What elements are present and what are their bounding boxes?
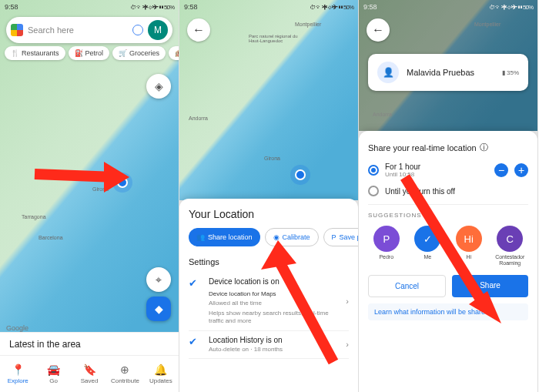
status-bar: 9:58 ⏱ ᯤ ✱ ⊙ ✈ ▮▮ 50% <box>0 0 179 14</box>
increase-time-button[interactable]: + <box>514 163 528 177</box>
status-time: 9:58 <box>5 3 18 11</box>
chip-restaurants[interactable]: 🍴Restaurants <box>5 46 65 60</box>
chevron-right-icon: › <box>346 340 349 349</box>
nav-explore[interactable]: 📍Explore <box>0 356 35 392</box>
contribute-icon: ⊕ <box>120 364 129 376</box>
go-icon: 🚘 <box>47 364 60 376</box>
nav-saved[interactable]: 🔖Saved <box>72 356 107 392</box>
saved-icon: 🔖 <box>83 364 96 376</box>
screen-share-location: Montpellier Andorra 9:58 ⏱ ᯤ ✱ ⊙ ✈ ▮▮ 50… <box>359 0 538 392</box>
groceries-icon: 🛒 <box>119 49 127 57</box>
city-label: Barcelona <box>38 235 63 240</box>
contact-name: Malavida Pruebas <box>407 68 494 77</box>
voice-search-icon[interactable] <box>132 25 143 35</box>
back-button[interactable]: ← <box>187 18 210 42</box>
radio-on-icon <box>368 165 379 176</box>
screen-your-location: Montpellier Parc naturel régional du Hau… <box>179 0 359 392</box>
share-icon: 👥 <box>196 233 205 241</box>
nav-go[interactable]: 🚘Go <box>35 356 71 392</box>
contact-card[interactable]: 👤 Malavida Pruebas ▮35% <box>368 54 528 91</box>
status-time: 9:58 <box>184 3 198 11</box>
info-icon[interactable]: ⓘ <box>480 142 488 153</box>
contact-battery: ▮35% <box>502 69 519 76</box>
status-icons: ⏱ ᯤ ✱ ⊙ ✈ ▮▮ 50% <box>489 4 533 11</box>
city-label: Andorra <box>373 112 392 117</box>
city-label: Montpellier <box>295 22 321 27</box>
search-placeholder: Search here <box>28 25 128 35</box>
nav-contribute[interactable]: ⊕Contribute <box>107 356 142 392</box>
back-button[interactable]: ← <box>367 18 390 42</box>
contact-avatar-icon: 👤 <box>377 62 399 83</box>
google-maps-logo-icon <box>11 24 23 36</box>
sheet-title: Your Location <box>189 208 349 220</box>
layers-button[interactable]: ◈ <box>146 74 171 99</box>
status-time: 9:58 <box>363 3 377 11</box>
city-label: Montpellier <box>474 22 500 27</box>
petrol-icon: ⛽ <box>75 49 83 57</box>
restaurant-icon: 🍴 <box>11 49 19 57</box>
category-chips: 🍴Restaurants ⛽Petrol 🛒Groceries 🏨Hotel <box>5 46 179 60</box>
status-bar: 9:58 ⏱ ᯤ ✱ ⊙ ✈ ▮▮ 50% <box>359 0 537 14</box>
status-icons: ⏱ ᯤ ✱ ⊙ ✈ ▮▮ 50% <box>130 4 174 11</box>
screen-explore: Girona Barcelona Tarragona 9:58 ⏱ ᯤ ✱ ⊙ … <box>0 0 179 392</box>
explore-icon: 📍 <box>12 364 25 376</box>
search-bar[interactable]: Search here M <box>6 17 172 43</box>
annotation-arrow <box>31 154 131 194</box>
check-circle-icon: ✔ <box>189 336 203 347</box>
park-label: Parc naturel régional du Haut-Languedoc <box>249 34 303 43</box>
city-label: Girona <box>264 156 280 161</box>
city-label: Andorra <box>189 116 208 121</box>
city-label: Tarragona <box>22 214 46 219</box>
locate-me-button[interactable]: ⌖ <box>146 267 171 292</box>
chevron-right-icon: › <box>346 297 349 306</box>
updates-icon: 🔔 <box>154 364 167 376</box>
current-location-dot[interactable] <box>295 169 306 180</box>
annotation-arrow <box>256 239 341 370</box>
profile-avatar[interactable]: M <box>148 20 168 40</box>
nav-updates[interactable]: 🔔Updates <box>143 356 179 392</box>
chip-hotel[interactable]: 🏨Hotel <box>169 46 179 60</box>
share-header: Share your real-time locationⓘ <box>368 142 528 153</box>
share-location-button[interactable]: 👥Share location <box>189 228 260 246</box>
battery-icon: ▮ <box>502 69 505 76</box>
chip-groceries[interactable]: 🛒Groceries <box>112 46 166 60</box>
bottom-nav: 📍Explore 🚘Go 🔖Saved ⊕Contribute 🔔Updates <box>0 355 179 392</box>
directions-button[interactable]: ◆ <box>146 297 171 321</box>
latest-section-header[interactable]: Latest in the area <box>0 332 179 355</box>
chip-petrol[interactable]: ⛽Petrol <box>69 46 110 60</box>
status-icons: ⏱ ᯤ ✱ ⊙ ✈ ▮▮ 50% <box>310 4 353 11</box>
google-watermark: Google <box>6 324 28 332</box>
check-circle-icon: ✔ <box>189 277 203 289</box>
radio-off-icon <box>368 186 379 196</box>
arrow-left-icon: ← <box>192 23 205 37</box>
status-bar: 9:58 ⏱ ᯤ ✱ ⊙ ✈ ▮▮ 50% <box>179 0 358 14</box>
arrow-left-icon: ← <box>372 23 384 37</box>
annotation-arrow <box>393 169 509 331</box>
